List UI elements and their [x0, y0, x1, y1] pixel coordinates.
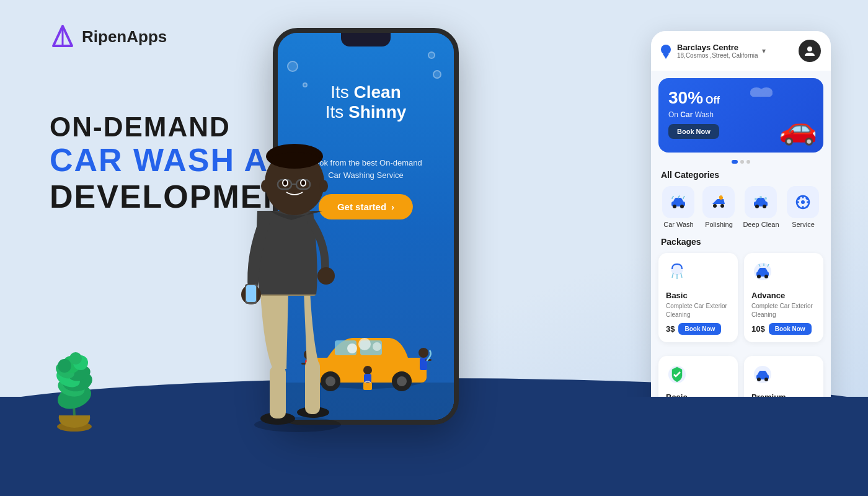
basic-book-button[interactable]: Book Now — [678, 323, 721, 335]
user-icon — [804, 45, 816, 57]
advance-price: 10$ — [751, 324, 765, 334]
svg-point-55 — [807, 46, 812, 51]
svg-point-69 — [760, 196, 762, 198]
promo-discount-row: 30% Off — [668, 88, 813, 108]
car-wash-icon — [670, 195, 687, 209]
deep-clean-icon-box — [745, 186, 777, 218]
svg-point-12 — [69, 352, 82, 365]
shield-icon — [666, 363, 688, 386]
svg-point-11 — [58, 359, 71, 373]
promo-banner: 30% Off On Car Wash Book Now 🚗 — [658, 78, 823, 153]
svg-point-49 — [261, 180, 270, 192]
svg-point-58 — [760, 87, 773, 96]
svg-rect-73 — [802, 195, 804, 198]
svg-point-88 — [764, 275, 768, 278]
advance-desc: Complete Car Exterior Cleaning — [751, 302, 816, 319]
arrow-icon: › — [391, 202, 394, 212]
polishing-icon — [710, 195, 727, 209]
packages-title: Packages — [651, 234, 831, 253]
svg-point-42 — [317, 267, 335, 285]
basic-name: Basic — [666, 291, 730, 300]
svg-line-82 — [672, 273, 673, 278]
basic2-icon — [666, 363, 730, 390]
service-icon — [795, 194, 811, 210]
location-pin-container — [661, 45, 673, 57]
location-info: Barclays Centre 18,Cosmos ,Street, Calif… — [677, 43, 758, 59]
car-wash-label: Car Wash — [663, 221, 694, 228]
svg-point-62 — [713, 204, 717, 208]
polishing-label: Polishing — [705, 221, 733, 228]
svg-point-87 — [757, 275, 761, 278]
svg-point-54 — [301, 180, 305, 185]
plant-svg — [37, 347, 112, 434]
polishing-icon-box — [702, 186, 735, 218]
deep-clean-label: Deep Clean — [743, 221, 779, 228]
svg-point-29 — [418, 348, 428, 358]
packages-grid: Basic Complete Car Exterior Cleaning 3$ … — [651, 253, 831, 350]
shower-icon — [666, 260, 688, 283]
svg-point-95 — [757, 378, 761, 381]
svg-point-63 — [720, 204, 724, 208]
premium-car-icon — [751, 363, 774, 386]
svg-point-60 — [673, 205, 676, 208]
basic-package-icon — [666, 260, 730, 287]
package-basic[interactable]: Basic Complete Car Exterior Cleaning 3$ … — [658, 253, 738, 342]
svg-point-68 — [755, 198, 757, 200]
promo-discount-text: 30% — [668, 88, 703, 108]
svg-rect-41 — [246, 285, 256, 302]
location-pin-circle — [661, 45, 671, 55]
svg-point-45 — [266, 144, 323, 169]
advance-book-button[interactable]: Book Now — [769, 323, 812, 335]
package-advance[interactable]: Advance Complete Car Exterior Cleaning 1… — [744, 253, 823, 342]
user-avatar[interactable] — [799, 40, 821, 62]
app-header: Barclays Centre 18,Cosmos ,Street, Calif… — [651, 31, 831, 71]
chevron-down-icon[interactable]: ▾ — [762, 46, 766, 55]
character-svg — [211, 87, 384, 434]
logo: RipenApps — [50, 24, 167, 50]
logo-text: RipenApps — [82, 27, 167, 46]
svg-point-20 — [397, 376, 407, 386]
svg-rect-36 — [270, 366, 286, 418]
service-icon-box — [787, 186, 819, 218]
dot-1 — [732, 160, 738, 164]
svg-rect-75 — [796, 202, 799, 203]
premium-icon — [751, 363, 816, 390]
category-deep-clean[interactable]: Deep Clean — [743, 186, 779, 228]
car-wash-icon-box — [662, 186, 694, 218]
dot-2 — [740, 160, 744, 164]
promo-book-button[interactable]: Book Now — [668, 124, 719, 139]
plant-decoration — [37, 347, 112, 434]
category-car-wash[interactable]: Car Wash — [662, 186, 694, 228]
location-address: 18,Cosmos ,Street, California — [677, 52, 758, 59]
svg-point-52 — [283, 180, 287, 185]
phone-notch — [341, 33, 391, 46]
category-service[interactable]: Service — [787, 186, 819, 228]
svg-rect-76 — [807, 202, 810, 203]
basic-price-row: 3$ Book Now — [666, 323, 730, 335]
advance-name: Advance — [751, 291, 816, 300]
service-label: Service — [792, 221, 815, 228]
bubble-2 — [428, 51, 435, 59]
dot-3 — [746, 160, 750, 164]
promo-car-icon: 🚗 — [779, 110, 817, 146]
basic-desc: Complete Car Exterior Cleaning — [666, 302, 730, 319]
location-pin-arrow — [663, 54, 669, 59]
location-section: Barclays Centre 18,Cosmos ,Street, Calif… — [661, 43, 766, 59]
bubble-1 — [287, 61, 298, 72]
svg-point-50 — [319, 180, 328, 192]
advance-price-row: 10$ Book Now — [751, 323, 816, 335]
svg-point-70 — [764, 197, 767, 200]
advance-car-icon — [751, 260, 774, 283]
svg-rect-37 — [305, 360, 320, 414]
location-name: Barclays Centre — [677, 43, 758, 52]
svg-rect-74 — [802, 206, 804, 209]
category-polishing[interactable]: Polishing — [702, 186, 735, 228]
categories-grid: Car Wash Polishing — [651, 186, 831, 234]
bubble-4 — [433, 70, 441, 79]
cloud-icon — [749, 84, 774, 99]
svg-point-67 — [763, 205, 766, 208]
character-figure — [211, 87, 384, 434]
advance-package-icon — [751, 260, 816, 287]
deep-clean-icon — [752, 195, 769, 209]
svg-point-96 — [764, 378, 768, 381]
